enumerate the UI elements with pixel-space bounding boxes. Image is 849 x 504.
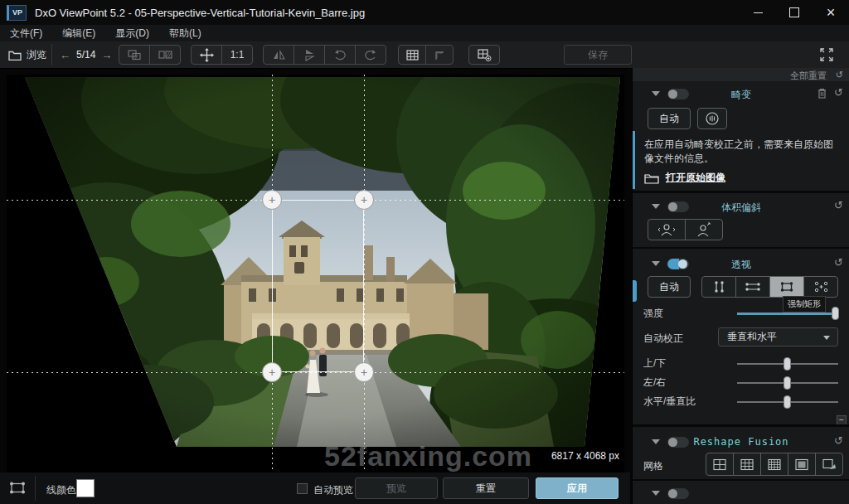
zoom-1to1-button[interactable]: 1:1 — [221, 46, 252, 64]
updown-label: 上/下 — [643, 356, 666, 371]
parallel-horizontal-icon — [744, 280, 762, 293]
auto-preview-label: 自动预览 — [313, 483, 353, 497]
handle-top-left[interactable]: + — [262, 190, 282, 210]
previous-image-button[interactable]: ← — [60, 49, 70, 61]
section-header-distortion: 畸变 ↺ — [633, 83, 849, 104]
trash-button[interactable] — [817, 88, 827, 99]
app-logo-icon[interactable]: VP — [7, 5, 27, 21]
grid-group — [398, 45, 454, 65]
grid-4x4-button[interactable] — [760, 453, 788, 475]
rectangle-tool-indicator[interactable] — [8, 481, 27, 495]
reshape-grid-group — [706, 453, 843, 476]
undo-section-button[interactable]: ↺ — [834, 200, 843, 211]
open-original-image-label: 打开原始图像 — [666, 171, 725, 185]
close-button[interactable]: × — [813, 0, 849, 25]
menu-item-display[interactable]: 显示(D) — [105, 25, 159, 41]
image-navigator: ← 5/14 → — [60, 45, 112, 65]
chevron-down-icon — [823, 336, 830, 340]
next-image-button[interactable]: → — [101, 49, 112, 61]
show-grid-button[interactable] — [399, 46, 425, 64]
menu-item-edit[interactable]: 编辑(E) — [52, 25, 105, 41]
force-parallel-vertical-button[interactable] — [702, 277, 735, 297]
crop-marks-button[interactable] — [425, 46, 453, 64]
force-rectangle-button[interactable] — [769, 277, 803, 297]
undo-section-button[interactable]: ↺ — [834, 87, 843, 98]
save-button[interactable]: 保存 — [564, 45, 632, 65]
grid-filled-button[interactable] — [788, 453, 815, 475]
rotate-ccw-button[interactable] — [324, 46, 355, 64]
bottom-bar: 线颜色 自动预览 预览 重置 应用 — [0, 472, 630, 504]
lens-profile-button[interactable] — [697, 108, 727, 129]
handle-top-right[interactable]: + — [354, 190, 374, 210]
grid-2x2-button[interactable] — [706, 453, 733, 475]
reset-label: 重置 — [476, 482, 496, 496]
grid-filled-icon — [794, 458, 809, 471]
guide-line-horizontal-bottom — [7, 372, 624, 373]
fullscreen-button[interactable] — [819, 45, 834, 65]
trash-icon — [817, 88, 827, 99]
browse-button[interactable]: 浏览 — [8, 45, 46, 65]
grid-edit-button[interactable] — [815, 453, 842, 475]
reset-button[interactable]: 重置 — [443, 477, 529, 499]
image-counter: 5/14 — [76, 49, 95, 61]
preview-button[interactable]: 预览 — [355, 477, 438, 499]
strength-slider-thumb[interactable] — [832, 307, 839, 320]
auto-preview-checkbox[interactable] — [297, 483, 308, 494]
window-controls: × — [740, 0, 849, 25]
rotate-cw-button[interactable] — [355, 46, 386, 64]
line-color-swatch[interactable] — [76, 479, 95, 497]
window-title: DxO ViewPoint 5.2 - 05-Perspective-Verti… — [35, 7, 365, 19]
plus-icon: + — [361, 366, 367, 378]
grid-edit-icon — [822, 458, 837, 471]
section-toggle[interactable] — [667, 488, 689, 499]
title-bar: VP DxO ViewPoint 5.2 - 05-Perspective-Ve… — [0, 0, 849, 25]
tooltip: 强制矩形 — [783, 296, 826, 313]
grid-icon — [406, 50, 419, 61]
leftright-slider-thumb[interactable] — [784, 376, 791, 390]
perspective-auto-button[interactable]: 自动 — [648, 276, 691, 298]
pan-button[interactable] — [192, 46, 221, 64]
volume-horizontal-button[interactable] — [648, 220, 685, 240]
handle-bottom-left[interactable]: + — [262, 362, 282, 382]
compare-button[interactable] — [119, 46, 149, 64]
apply-label: 应用 — [567, 482, 587, 496]
grid-4x4-icon — [767, 458, 782, 471]
free-perspective-button[interactable] — [803, 277, 837, 297]
minimize-button[interactable] — [740, 0, 776, 25]
updown-slider-thumb[interactable] — [784, 357, 791, 371]
grid-settings-button[interactable] — [469, 46, 499, 64]
open-original-image-link[interactable]: 打开原始图像 — [644, 171, 725, 185]
force-parallel-horizontal-button[interactable] — [735, 277, 769, 297]
split-view-button[interactable] — [149, 46, 180, 64]
hv-ratio-slider-thumb[interactable] — [784, 395, 791, 409]
grid-3x3-button[interactable] — [733, 453, 760, 475]
strength-slider-track[interactable] — [737, 313, 838, 315]
handle-bottom-right[interactable]: + — [354, 362, 374, 382]
menu-bar: 文件(F) 编辑(E) 显示(D) 帮助(L) — [0, 25, 849, 41]
flip-horizontal-button[interactable] — [264, 46, 294, 64]
volume-vertical-button[interactable] — [685, 220, 722, 240]
compare-group — [119, 45, 181, 65]
save-label: 保存 — [588, 48, 608, 62]
apply-button[interactable]: 应用 — [536, 477, 619, 499]
auto-correct-select[interactable]: 垂直和水平 — [718, 327, 838, 346]
flip-vertical-icon — [304, 49, 315, 61]
distortion-auto-button[interactable]: 自动 — [648, 108, 691, 129]
corner-ruler-icon — [434, 50, 445, 61]
undo-section-button[interactable]: ↺ — [834, 435, 843, 446]
maximize-button[interactable] — [776, 0, 813, 25]
rotate-left-icon — [333, 49, 347, 61]
force-rectangle-icon — [8, 481, 27, 495]
image-canvas: + + + + 52fanxing.com 6817 x 4068 px — [7, 75, 624, 472]
collapse-arrow-icon[interactable] — [652, 491, 660, 496]
undo-section-button[interactable]: ↺ — [834, 257, 843, 268]
menu-item-file[interactable]: 文件(F) — [0, 25, 52, 41]
folder-open-icon — [644, 172, 659, 184]
flip-vertical-button[interactable] — [294, 46, 324, 64]
menu-item-help[interactable]: 帮助(L) — [159, 25, 211, 41]
strength-label: 强度 — [643, 307, 663, 321]
reset-all-button[interactable]: 全部重置 ↺ — [633, 68, 849, 81]
move-icon — [200, 48, 214, 62]
panel-collapse-handle[interactable] — [633, 280, 637, 302]
section-header-volume: 体积偏斜 ↺ — [633, 196, 849, 217]
